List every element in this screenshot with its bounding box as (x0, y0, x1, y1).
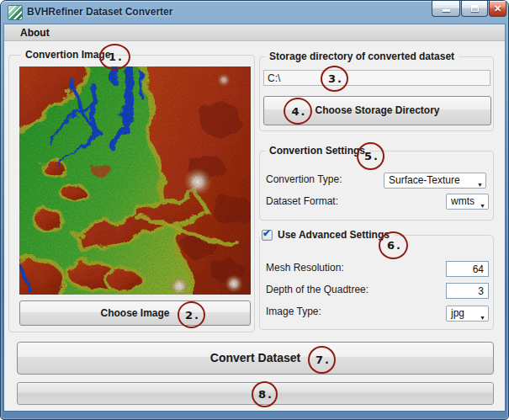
image-type-label: Image Type: (266, 306, 321, 317)
choose-image-button[interactable]: Choose Image (19, 300, 251, 326)
titlebar[interactable]: BVHRefiner Dataset Converter ✕ (1, 1, 508, 24)
mesh-resolution-label: Mesh Resolution: (266, 262, 344, 274)
use-advanced-settings-checkbox[interactable]: ✔ (262, 230, 273, 241)
menu-bar: About (4, 24, 505, 41)
chevron-down-icon: ▼ (480, 311, 485, 325)
app-window: BVHRefiner Dataset Converter ✕ About Con… (0, 0, 509, 420)
annotation-circle-4: 4. (284, 98, 312, 125)
dataset-format-label: Dataset Format: (266, 195, 338, 207)
annotation-circle-5: 5. (357, 142, 384, 170)
conversion-type-value: Surface-Texture (389, 174, 460, 186)
close-icon: ✕ (490, 2, 506, 16)
close-button[interactable]: ✕ (489, 1, 506, 17)
conversion-type-dropdown[interactable]: Surface-Texture ▼ (384, 173, 486, 189)
annotation-circle-6: 6. (379, 231, 408, 259)
convert-dataset-button[interactable]: Convert Dataset (17, 342, 494, 375)
client-area: About Convertion Image (4, 24, 505, 411)
conversion-image-preview (19, 66, 251, 295)
quadtree-depth-label: Depth of the Quadtree: (266, 284, 368, 295)
image-type-dropdown[interactable]: jpg ▼ (446, 306, 489, 322)
chevron-down-icon: ▼ (480, 199, 485, 213)
menu-item-about[interactable]: About (13, 24, 56, 41)
maximize-icon (471, 5, 479, 12)
dataset-format-dropdown[interactable]: wmts ▼ (446, 194, 489, 210)
conversion-settings-title: Convertion Settings (265, 144, 369, 158)
app-icon[interactable] (8, 6, 22, 19)
annotation-circle-8: 8. (252, 381, 278, 407)
storage-group-title: Storage directory of converted dataset (265, 50, 459, 64)
maximize-button[interactable] (461, 1, 488, 17)
conversion-type-label: Convertion Type: (266, 173, 342, 185)
quadtree-depth-input[interactable] (446, 283, 489, 299)
minimize-button[interactable] (432, 1, 460, 17)
image-type-value: jpg (451, 307, 464, 319)
conversion-image-group: Convertion Image (8, 55, 255, 332)
minimize-icon (443, 9, 450, 12)
annotation-circle-7: 7. (308, 346, 336, 374)
mesh-resolution-input[interactable] (446, 261, 489, 277)
use-advanced-settings-label: Use Advanced Settings (278, 229, 390, 241)
window-title: BVHRefiner Dataset Converter (27, 1, 172, 24)
advanced-settings-header: ✔ Use Advanced Settings (260, 227, 395, 242)
storage-path-input[interactable] (263, 70, 490, 86)
chevron-down-icon: ▼ (477, 178, 483, 192)
checkmark-icon: ✔ (262, 227, 271, 239)
advanced-settings-group: ✔ Use Advanced Settings Mesh Resolution:… (259, 235, 494, 330)
annotation-circle-2: 2. (178, 301, 205, 328)
annotation-circle-1: 1. (99, 44, 130, 70)
annotation-circle-3: 3. (321, 66, 348, 92)
dataset-format-value: wmts (451, 195, 475, 207)
